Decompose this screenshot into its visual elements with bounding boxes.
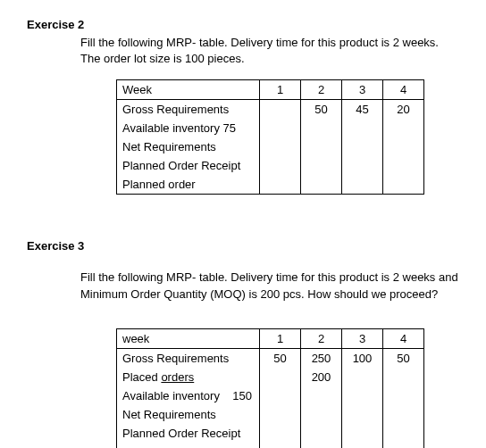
row-label: week [117,328,260,348]
data-cell [342,119,383,137]
table-row: Available inventory 150 [117,386,424,405]
table-row: Gross Requirements 50 250 100 50 [117,348,424,368]
table-row: Net Requirements [117,405,424,424]
data-cell [260,424,301,443]
week-cell: 1 [260,328,301,348]
data-cell: 50 [260,348,301,368]
exercise-2-instruction: Fill the following MRP- table. Delivery … [80,35,459,67]
week-cell: 1 [260,80,301,100]
data-cell [342,175,383,195]
week-cell: 3 [342,328,383,348]
week-cell: 2 [301,80,342,100]
row-label: Available inventory 150 [117,386,260,405]
data-cell [301,137,342,156]
data-cell: 50 [301,100,342,120]
data-cell [383,424,424,443]
week-cell: 4 [383,328,424,348]
data-cell: 50 [383,348,424,368]
data-cell [301,156,342,175]
table-row: Planned order [117,175,424,195]
data-cell [342,443,383,448]
data-cell: 20 [383,100,424,120]
table-row: Available inventory 75 [117,119,424,137]
data-cell: 45 [342,100,383,120]
table-row: Planned order [117,443,424,448]
row-label: Available inventory 75 [117,119,260,137]
data-cell [383,175,424,195]
data-cell [383,368,424,386]
week-cell: 4 [383,80,424,100]
row-label: Placed orders [117,368,260,386]
data-cell: 250 [301,348,342,368]
data-cell [260,386,301,405]
row-label: Week [117,80,260,100]
table-row: Week 1 2 3 4 [117,80,424,100]
data-cell [383,443,424,448]
data-cell [342,424,383,443]
exercise-2-table: Week 1 2 3 4 Gross Requirements 50 45 20… [116,79,424,195]
row-label: Planned order [117,443,260,448]
exercise-3-title: Exercise 3 [27,239,459,253]
data-cell [260,156,301,175]
data-cell [342,386,383,405]
data-cell: 200 [301,368,342,386]
data-cell: 100 [342,348,383,368]
data-cell [260,405,301,424]
data-cell [301,119,342,137]
data-cell [260,119,301,137]
row-label: Gross Requirements [117,348,260,368]
data-cell [383,119,424,137]
data-cell [260,100,301,120]
week-cell: 2 [301,328,342,348]
exercise-2: Exercise 2 Fill the following MRP- table… [27,18,459,195]
data-cell [383,386,424,405]
row-label: Gross Requirements [117,100,260,120]
data-cell [342,405,383,424]
table-row: Gross Requirements 50 45 20 [117,100,424,120]
data-cell [342,156,383,175]
data-cell [260,175,301,195]
data-cell [383,156,424,175]
exercise-3-table-wrap: week 1 2 3 4 Gross Requirements 50 250 1… [116,328,459,448]
data-cell [260,368,301,386]
exercise-3-instruction: Fill the following MRP- table. Delivery … [80,270,459,302]
table-row: week 1 2 3 4 [117,328,424,348]
exercise-2-table-wrap: Week 1 2 3 4 Gross Requirements 50 45 20… [116,79,459,195]
data-cell [260,443,301,448]
row-label: Planned Order Receipt [117,424,260,443]
data-cell [383,405,424,424]
data-cell [260,137,301,156]
table-row: Net Requirements [117,137,424,156]
exercise-3-table: week 1 2 3 4 Gross Requirements 50 250 1… [116,328,424,448]
data-cell [301,443,342,448]
table-row: Placed orders 200 [117,368,424,386]
table-row: Planned Order Receipt [117,424,424,443]
data-cell [301,386,342,405]
data-cell [301,424,342,443]
week-cell: 3 [342,80,383,100]
data-cell [342,368,383,386]
exercise-3: Exercise 3 Fill the following MRP- table… [27,239,459,448]
row-label: Planned Order Receipt [117,156,260,175]
exercise-2-title: Exercise 2 [27,18,459,31]
data-cell [383,137,424,156]
data-cell [301,175,342,195]
row-label: Planned order [117,175,260,195]
table-row: Planned Order Receipt [117,156,424,175]
row-label: Net Requirements [117,405,260,424]
data-cell [342,137,383,156]
row-label: Net Requirements [117,137,260,156]
data-cell [301,405,342,424]
